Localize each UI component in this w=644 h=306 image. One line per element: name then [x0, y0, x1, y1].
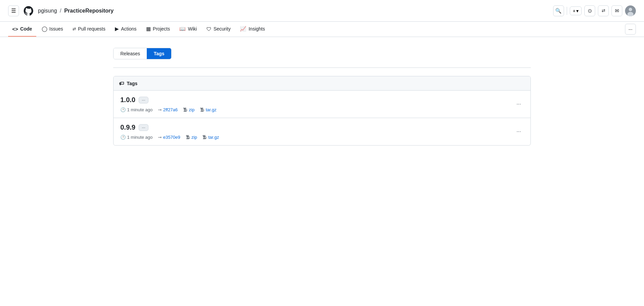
nav-item-insights[interactable]: 📈 Insights — [236, 22, 269, 37]
nav-item-projects[interactable]: ▦ Projects — [142, 22, 174, 37]
tag-version: 0.9.9 — [120, 123, 135, 131]
tag-meta: 🕐 1 minute ago ⊸ e3570e9 🗜 zip 🗜 tar.gz — [120, 135, 524, 140]
tag-targz: 🗜 tar.gz — [200, 107, 217, 112]
hamburger-icon: ☰ — [11, 7, 16, 14]
plus-icon: + — [573, 8, 576, 14]
commit-icon: ⊸ — [158, 135, 162, 140]
tag-time-label: 1 minute ago — [127, 107, 153, 112]
nav-label-code: Code — [20, 26, 32, 32]
actions-icon: ▶ — [115, 26, 119, 32]
clock-icon: 🕐 — [120, 107, 126, 112]
search-button[interactable]: 🔍 — [553, 5, 564, 16]
zip-icon: 🗜 — [186, 135, 190, 140]
repo-path: pgisung / PracticeRepository — [38, 8, 114, 14]
tag-badge: ··· — [139, 97, 148, 103]
tags-header: 🏷 Tags — [114, 76, 530, 91]
tag-targz-link[interactable]: tar.gz — [206, 107, 217, 112]
clock-icon: 🕐 — [120, 135, 126, 140]
code-icon: <> — [12, 26, 18, 32]
tag-commit: ⊸ 2ff27a6 — [158, 107, 178, 112]
pull-request-nav-icon: ⇄ — [73, 26, 76, 31]
nav-label-security: Security — [214, 26, 231, 32]
hamburger-button[interactable]: ☰ — [8, 5, 19, 16]
nav-item-pull-requests[interactable]: ⇄ Pull requests — [68, 22, 109, 36]
pull-request-button[interactable]: ⇄ — [598, 5, 609, 16]
releases-tags-toggle: Releases Tags — [113, 48, 172, 59]
tag-zip: 🗜 zip — [183, 107, 195, 112]
tag-zip-link[interactable]: zip — [192, 135, 197, 140]
svg-point-1 — [629, 8, 632, 11]
targz-icon: 🗜 — [200, 107, 204, 112]
nav-item-security[interactable]: 🛡 Security — [202, 22, 235, 37]
zip-icon: 🗜 — [183, 107, 187, 112]
inbox-button[interactable]: ✉ — [611, 5, 622, 16]
tag-meta: 🕐 1 minute ago ⊸ 2ff27a6 🗜 zip 🗜 tar.gz — [120, 107, 524, 112]
projects-icon: ▦ — [146, 26, 151, 32]
issues-icon: ◯ — [42, 26, 47, 32]
tag-commit: ⊸ e3570e9 — [158, 135, 180, 140]
wiki-icon: 📖 — [179, 26, 186, 32]
tag-targz-link[interactable]: tar.gz — [208, 135, 219, 140]
nav-label-pull-requests: Pull requests — [78, 26, 105, 32]
circle-dot-button[interactable]: ⊙ — [584, 5, 595, 16]
main-content: Releases Tags 🏷 Tags 1.0.0 ··· 🕐 1 minut… — [105, 37, 539, 156]
tag-time: 🕐 1 minute ago — [120, 107, 153, 112]
tag-targz: 🗜 tar.gz — [202, 135, 219, 140]
tag-badge: ··· — [139, 124, 148, 131]
tag-row: 1.0.0 ··· 🕐 1 minute ago ⊸ 2ff27a6 🗜 zip… — [114, 91, 530, 118]
tag-time-label: 1 minute ago — [127, 135, 153, 140]
tag-more-button[interactable]: ··· — [514, 127, 524, 136]
nav-item-issues[interactable]: ◯ Issues — [38, 22, 67, 37]
tag-zip-link[interactable]: zip — [189, 107, 195, 112]
nav-divider — [567, 7, 567, 15]
chevron-down-icon: ▾ — [576, 8, 579, 14]
github-logo[interactable] — [23, 5, 34, 16]
tags-header-label: Tags — [127, 81, 138, 86]
nav-more-button[interactable]: ··· — [625, 24, 636, 35]
pull-request-icon: ⇄ — [602, 8, 605, 13]
create-button[interactable]: + ▾ — [570, 6, 582, 15]
tag-zip: 🗜 zip — [186, 135, 197, 140]
repo-name[interactable]: PracticeRepository — [64, 8, 114, 14]
insights-icon: 📈 — [240, 26, 246, 32]
tag-more-button[interactable]: ··· — [514, 100, 524, 109]
tag-row-title: 1.0.0 ··· — [120, 96, 524, 104]
avatar[interactable] — [625, 5, 636, 16]
security-icon: 🛡 — [206, 26, 212, 32]
top-nav: ☰ pgisung / PracticeRepository 🔍 + ▾ ⊙ ⇄… — [0, 0, 644, 22]
nav-label-issues: Issues — [49, 26, 63, 32]
targz-icon: 🗜 — [202, 135, 207, 140]
nav-more-icon: ··· — [628, 26, 632, 32]
nav-item-wiki[interactable]: 📖 Wiki — [175, 22, 201, 37]
tags-container: 🏷 Tags 1.0.0 ··· 🕐 1 minute ago ⊸ 2ff27a… — [113, 76, 531, 146]
tag-time: 🕐 1 minute ago — [120, 135, 153, 140]
tag-more-icon: ··· — [517, 101, 521, 107]
tag-header-icon: 🏷 — [119, 80, 124, 86]
tag-version: 1.0.0 — [120, 96, 135, 104]
top-nav-left: ☰ pgisung / PracticeRepository — [8, 5, 548, 16]
nav-label-wiki: Wiki — [188, 26, 197, 32]
search-icon: 🔍 — [555, 8, 562, 14]
tag-row: 0.9.9 ··· 🕐 1 minute ago ⊸ e3570e9 🗜 zip… — [114, 118, 530, 145]
releases-tab[interactable]: Releases — [114, 48, 147, 59]
repo-owner[interactable]: pgisung — [38, 8, 57, 14]
tag-row-title: 0.9.9 ··· — [120, 123, 524, 131]
top-nav-right: 🔍 + ▾ ⊙ ⇄ ✉ — [553, 5, 636, 16]
section-separator — [113, 68, 531, 68]
circle-dot-icon: ⊙ — [588, 8, 592, 14]
tag-more-icon: ··· — [517, 129, 521, 134]
nav-label-projects: Projects — [153, 26, 170, 32]
nav-item-actions[interactable]: ▶ Actions — [111, 22, 141, 37]
tag-commit-hash[interactable]: 2ff27a6 — [163, 107, 178, 112]
nav-label-insights: Insights — [248, 26, 265, 32]
repo-nav: <> Code ◯ Issues ⇄ Pull requests ▶ Actio… — [0, 22, 644, 37]
commit-icon: ⊸ — [158, 107, 162, 112]
path-separator: / — [60, 8, 61, 14]
tag-commit-hash[interactable]: e3570e9 — [163, 135, 180, 140]
tags-tab[interactable]: Tags — [147, 48, 171, 59]
nav-item-code[interactable]: <> Code — [8, 22, 36, 37]
nav-label-actions: Actions — [121, 26, 137, 32]
inbox-icon: ✉ — [615, 8, 619, 14]
